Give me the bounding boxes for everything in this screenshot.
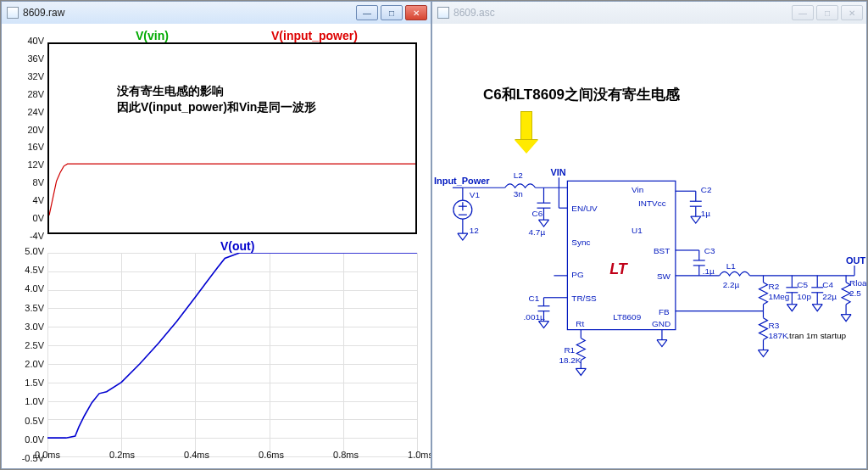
ytick: 4V xyxy=(33,195,44,205)
ytick: 40V xyxy=(27,36,44,46)
close-button[interactable]: ✕ xyxy=(841,5,863,20)
vout-curve xyxy=(47,253,417,456)
svg-text:12: 12 xyxy=(470,226,480,235)
svg-text:2.2µ: 2.2µ xyxy=(723,280,740,289)
svg-text:C1: C1 xyxy=(529,294,540,303)
y-axis-top: 40V 36V 32V 28V 24V 20V 16V 12V 8V 4V 0V… xyxy=(12,41,46,236)
svg-text:Vin: Vin xyxy=(632,185,643,194)
minimize-button[interactable]: — xyxy=(792,5,814,20)
svg-text:R1: R1 xyxy=(564,346,575,355)
svg-text:3n: 3n xyxy=(514,189,523,199)
svg-text:C5: C5 xyxy=(797,280,808,289)
svg-text:GND: GND xyxy=(652,319,670,328)
svg-text:LT: LT xyxy=(609,260,629,277)
ytick: 4.0V xyxy=(25,283,44,294)
xtick: 0.6ms xyxy=(259,450,284,460)
xtick: 1.0ms xyxy=(408,450,431,460)
document-icon xyxy=(7,7,19,19)
plot-area-bottom[interactable] xyxy=(47,253,417,456)
waveform-window: 8609.raw — □ ✕ V(vin) V(input_power) 40V… xyxy=(1,1,431,469)
svg-text:TR/SS: TR/SS xyxy=(571,294,597,303)
waveform-titlebar[interactable]: 8609.raw — □ ✕ xyxy=(2,2,431,24)
svg-text:22µ: 22µ xyxy=(822,292,837,301)
svg-text:.1µ: .1µ xyxy=(703,266,715,276)
svg-text:4.7µ: 4.7µ xyxy=(529,227,546,237)
xtick: 0.2ms xyxy=(109,450,135,460)
plot-bottom[interactable]: V(out) 5.0V 4.5V 4.0V 3.5V 3.0V 2.5V 2.0… xyxy=(8,239,424,462)
svg-text:U1: U1 xyxy=(632,226,643,235)
ytick: 0.5V xyxy=(25,416,44,426)
waveform-window-title: 8609.raw xyxy=(23,7,64,19)
svg-text:2.5: 2.5 xyxy=(849,288,861,298)
svg-text:1Meg: 1Meg xyxy=(768,292,789,301)
ytick: 16V xyxy=(27,142,44,152)
close-button[interactable]: ✕ xyxy=(405,5,427,20)
plot-area-top[interactable]: 没有寄生电感的影响 因此V(input_power)和Vin是同一波形 xyxy=(47,42,417,234)
ytick: 2.0V xyxy=(25,359,44,369)
trace-label-vout[interactable]: V(out) xyxy=(220,239,254,253)
ytick: 3.5V xyxy=(25,303,44,313)
ytick: 36V xyxy=(27,53,44,64)
ytick: 28V xyxy=(27,89,44,99)
svg-text:EN/UV: EN/UV xyxy=(571,204,598,213)
ytick: 12V xyxy=(27,159,44,170)
ytick: 5.0V xyxy=(25,246,44,256)
svg-text:SW: SW xyxy=(657,271,671,281)
plot-top[interactable]: V(vin) V(input_power) 40V 36V 32V 28V 24… xyxy=(8,29,424,239)
svg-text:L2: L2 xyxy=(514,171,524,180)
schematic-titlebar[interactable]: 8609.asc — □ ✕ xyxy=(432,2,866,24)
svg-text:V1: V1 xyxy=(470,190,481,199)
svg-text:Sync: Sync xyxy=(571,238,590,247)
svg-text:INTVcc: INTVcc xyxy=(638,199,666,208)
ytick: 24V xyxy=(27,107,44,117)
x-axis: 0.0ms 0.2ms 0.4ms 0.6ms 0.8ms 1.0ms xyxy=(47,450,420,463)
svg-text:.001µ: .001µ xyxy=(524,312,545,322)
svg-text:C2: C2 xyxy=(701,185,712,194)
ytick: 2.5V xyxy=(25,340,44,350)
svg-text:Rt: Rt xyxy=(576,319,584,328)
document-icon xyxy=(437,7,449,19)
ytick: 1.0V xyxy=(25,396,44,406)
ytick: 0V xyxy=(33,213,44,223)
spice-directive: .tran 1m startup xyxy=(787,331,846,340)
net-out: OUT xyxy=(846,255,865,266)
svg-text:LT8609: LT8609 xyxy=(613,312,641,322)
svg-text:FB: FB xyxy=(659,307,670,316)
xtick: 0.8ms xyxy=(333,450,359,460)
schematic-window-title: 8609.asc xyxy=(453,7,495,19)
trace-label-vvin[interactable]: V(vin) xyxy=(136,29,169,42)
ytick: 3.0V xyxy=(25,322,44,332)
svg-text:BST: BST xyxy=(654,246,670,255)
ytick: 1.5V xyxy=(25,378,44,388)
annotation-text: 没有寄生电感的影响 因此V(input_power)和Vin是同一波形 xyxy=(117,83,316,115)
net-input-power: Input_Power xyxy=(434,176,490,186)
minimize-button[interactable]: — xyxy=(356,5,378,20)
svg-text:R3: R3 xyxy=(768,321,779,330)
svg-text:C4: C4 xyxy=(822,280,833,289)
schematic-window: 8609.asc — □ ✕ C6和LT8609之间没有寄生电感 xyxy=(431,1,867,469)
ytick: 8V xyxy=(33,177,44,187)
svg-text:Rload: Rload xyxy=(849,278,866,288)
svg-text:PG: PG xyxy=(571,270,583,279)
maximize-button[interactable]: □ xyxy=(381,5,403,20)
ytick: 0.0V xyxy=(25,434,44,445)
vin-curve xyxy=(49,44,415,232)
xtick: 0.0ms xyxy=(35,450,60,460)
svg-text:C3: C3 xyxy=(704,246,715,255)
svg-text:L1: L1 xyxy=(726,261,737,271)
svg-text:187K: 187K xyxy=(768,331,788,340)
maximize-button[interactable]: □ xyxy=(816,5,838,20)
svg-text:R2: R2 xyxy=(768,282,779,291)
net-vin: VIN xyxy=(550,167,565,177)
trace-label-vinput-power[interactable]: V(input_power) xyxy=(271,29,358,42)
xtick: 0.4ms xyxy=(184,450,209,460)
schematic-canvas[interactable]: C6和LT8609之间没有寄生电感 xyxy=(432,24,866,468)
svg-text:10p: 10p xyxy=(797,292,811,301)
svg-text:18.2K: 18.2K xyxy=(559,355,581,365)
y-axis-bottom: 5.0V 4.5V 4.0V 3.5V 3.0V 2.5V 2.0V 1.5V … xyxy=(12,251,46,458)
ytick: 20V xyxy=(27,125,44,135)
schematic-svg: Input_Power VIN OUT V1 12 L2 3n C6 4.7µ … xyxy=(432,24,866,468)
ytick: 32V xyxy=(27,71,44,81)
svg-text:C6: C6 xyxy=(532,209,543,218)
svg-text:1µ: 1µ xyxy=(701,209,711,218)
